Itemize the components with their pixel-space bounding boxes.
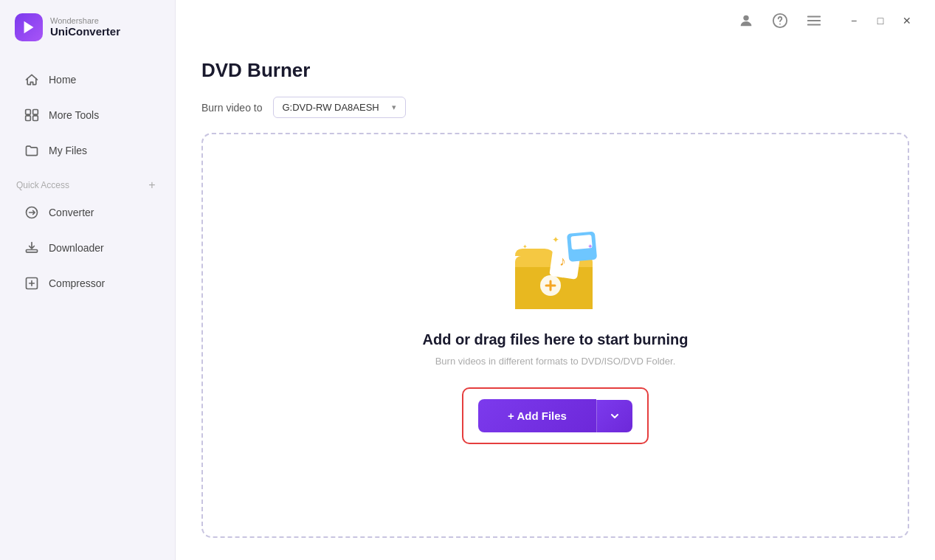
compressor-icon	[24, 275, 40, 291]
logo-product: UniConverter	[50, 25, 120, 38]
sidebar-item-label-converter: Converter	[49, 207, 94, 218]
maximize-button[interactable]: □	[870, 10, 891, 31]
sidebar-item-more-tools[interactable]: More Tools	[7, 99, 168, 131]
sidebar-item-label-compressor: Compressor	[49, 277, 105, 289]
svg-rect-2	[26, 116, 31, 121]
window-controls: − □ ✕	[843, 10, 917, 31]
sidebar-item-my-files[interactable]: My Files	[7, 134, 168, 167]
folder-illustration: ♪ ✦ ✦ ✦	[508, 227, 604, 315]
quick-access-add-button[interactable]: +	[145, 179, 159, 192]
sidebar-item-home[interactable]: Home	[7, 63, 168, 96]
help-icon[interactable]	[770, 10, 790, 31]
page-title: DVD Burner	[201, 59, 909, 82]
svg-rect-1	[33, 110, 38, 115]
menu-icon[interactable]	[804, 10, 824, 31]
sidebar-item-converter[interactable]: Converter	[7, 196, 168, 229]
burn-to-row: Burn video to G:DVD-RW DA8AESH ▾	[201, 97, 909, 118]
quick-access-label: Quick Access	[16, 180, 69, 190]
drive-select-arrow: ▾	[392, 103, 396, 112]
svg-point-7	[743, 15, 748, 21]
user-icon[interactable]	[736, 10, 756, 31]
add-files-button[interactable]: + Add Files	[478, 399, 596, 432]
sidebar-item-label-more-tools: More Tools	[49, 109, 99, 121]
drive-select[interactable]: G:DVD-RW DA8AESH ▾	[273, 97, 406, 118]
svg-rect-3	[33, 116, 38, 121]
svg-text:♪: ♪	[559, 254, 566, 269]
burn-to-label: Burn video to	[201, 102, 263, 114]
svg-text:✦: ✦	[587, 243, 593, 250]
minimize-button[interactable]: −	[843, 10, 864, 31]
logo-text: Wondershare UniConverter	[50, 16, 120, 38]
drop-zone[interactable]: ♪ ✦ ✦ ✦ Add or drag files here to start …	[201, 133, 909, 538]
svg-rect-5	[27, 250, 38, 252]
downloader-icon	[24, 240, 40, 256]
converter-icon	[24, 204, 40, 221]
sidebar-item-label-home: Home	[49, 74, 76, 86]
svg-point-9	[779, 24, 781, 25]
add-files-wrapper: + Add Files	[462, 387, 649, 444]
sidebar: Wondershare UniConverter Home More Tools	[0, 0, 176, 560]
sidebar-item-label-downloader: Downloader	[49, 242, 104, 254]
drop-zone-title: Add or drag files here to start burning	[422, 331, 688, 348]
sidebar-item-downloader[interactable]: Downloader	[7, 232, 168, 264]
svg-text:✦: ✦	[552, 235, 559, 245]
sidebar-item-label-my-files: My Files	[49, 145, 87, 156]
page-content: DVD Burner Burn video to G:DVD-RW DA8AES…	[176, 37, 935, 560]
topbar: − □ ✕	[718, 0, 935, 41]
close-button[interactable]: ✕	[897, 10, 917, 31]
app-logo-icon	[15, 13, 43, 41]
my-files-icon	[24, 142, 40, 159]
more-tools-icon	[24, 107, 40, 123]
home-icon	[24, 72, 40, 88]
sidebar-item-compressor[interactable]: Compressor	[7, 267, 168, 300]
add-files-dropdown-button[interactable]	[596, 400, 632, 432]
drop-zone-subtitle: Burn videos in different formats to DVD/…	[435, 356, 676, 367]
main-area: − □ ✕ DVD Burner Burn video to G:DVD-RW …	[176, 0, 935, 560]
logo-brand: Wondershare	[50, 16, 120, 25]
drive-value: G:DVD-RW DA8AESH	[283, 102, 386, 113]
logo-area: Wondershare UniConverter	[0, 0, 175, 55]
svg-rect-0	[26, 110, 31, 115]
svg-text:✦: ✦	[522, 243, 528, 250]
quick-access-section: Quick Access +	[0, 173, 175, 195]
